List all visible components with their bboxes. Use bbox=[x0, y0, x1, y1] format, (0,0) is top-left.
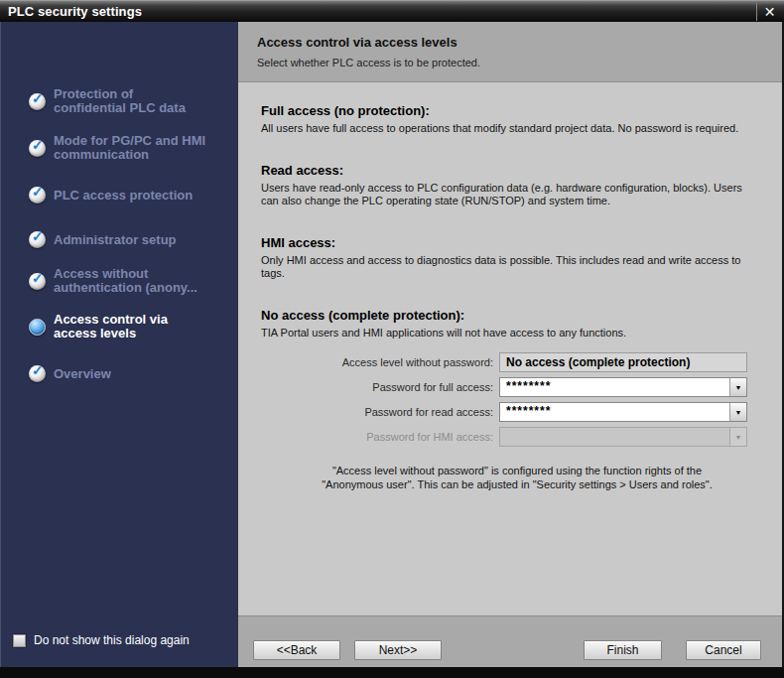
access-level-form: Access level without password: No access… bbox=[261, 352, 782, 447]
step-overview[interactable]: ✓ Overview bbox=[29, 365, 227, 382]
main-panel: Access control via access levels Select … bbox=[238, 22, 784, 667]
close-button[interactable]: ✕ bbox=[756, 3, 782, 21]
chevron-down-icon: ▼ bbox=[729, 428, 746, 446]
section-heading-hmi-access: HMI access: bbox=[261, 235, 782, 250]
plc-security-settings-dialog: PLC security settings ✕ ✓ Protection of … bbox=[0, 0, 784, 678]
dont-show-again-checkbox[interactable]: Do not show this dialog again bbox=[13, 633, 190, 647]
page-title: Access control via access levels bbox=[257, 35, 782, 50]
section-heading-no-access: No access (complete protection): bbox=[261, 308, 782, 323]
dialog-body: ✓ Protection of confidential PLC data ✓ … bbox=[0, 22, 784, 667]
checkmark-icon: ✓ bbox=[32, 228, 44, 244]
password-full-access-value: ******** bbox=[500, 378, 746, 393]
password-read-access-value: ******** bbox=[500, 403, 746, 418]
password-hmi-access-combo: ▼ bbox=[499, 427, 747, 447]
section-heading-read-access: Read access: bbox=[261, 163, 782, 178]
checkmark-icon: ✓ bbox=[32, 184, 44, 200]
password-read-access-combo[interactable]: ******** ▼ bbox=[499, 402, 747, 422]
check-circle-icon: ✓ bbox=[29, 140, 46, 157]
step-access-control-via-access-levels[interactable]: Access control via access levels bbox=[29, 313, 227, 340]
step-label: Administrator setup bbox=[54, 233, 177, 247]
chevron-down-icon[interactable]: ▼ bbox=[729, 403, 746, 421]
step-mode-for-pgpc-and-hmi-communication[interactable]: ✓ Mode for PG/PC and HMI communication bbox=[29, 134, 227, 162]
section-body-no-access: TIA Portal users and HMI applications wi… bbox=[261, 327, 760, 340]
page-subtitle: Select whether PLC access is to be prote… bbox=[257, 57, 782, 68]
password-full-access-label: Password for full access: bbox=[261, 381, 493, 393]
step-label: Access without authentication (anony... bbox=[54, 267, 197, 295]
step-label: Mode for PG/PC and HMI communication bbox=[54, 134, 205, 162]
next-button[interactable]: Next>> bbox=[354, 640, 442, 660]
finish-button[interactable]: Finish bbox=[584, 640, 662, 660]
check-circle-icon: ✓ bbox=[29, 273, 46, 290]
step-label: PLC access protection bbox=[54, 189, 193, 203]
section-body-full-access: All users have full access to operations… bbox=[261, 122, 760, 136]
page-header: Access control via access levels Select … bbox=[238, 22, 782, 82]
title-bar: PLC security settings ✕ bbox=[0, 0, 784, 22]
password-hmi-access-value bbox=[500, 428, 746, 429]
section-body-read-access: Users have read-only access to PLC confi… bbox=[261, 182, 760, 208]
step-label: Access control via access levels bbox=[54, 313, 168, 340]
step-protection-of-confidential-plc-data[interactable]: ✓ Protection of confidential PLC data bbox=[29, 87, 227, 115]
section-body-hmi-access: Only HMI access and access to diagnostic… bbox=[261, 254, 760, 281]
current-step-icon bbox=[29, 319, 46, 336]
checkmark-icon: ✓ bbox=[32, 137, 44, 153]
checkbox-label: Do not show this dialog again bbox=[34, 633, 190, 647]
checkmark-icon: ✓ bbox=[32, 90, 44, 106]
check-circle-icon: ✓ bbox=[29, 231, 46, 248]
check-circle-icon: ✓ bbox=[29, 187, 46, 203]
access-level-without-password-field: No access (complete protection) bbox=[499, 352, 747, 372]
check-circle-icon: ✓ bbox=[29, 365, 46, 382]
step-label: Overview bbox=[54, 367, 111, 381]
anonymous-user-note: "Access level without password" is confi… bbox=[269, 465, 765, 491]
step-plc-access-protection[interactable]: ✓ PLC access protection bbox=[29, 187, 227, 203]
chevron-down-icon[interactable]: ▼ bbox=[729, 378, 746, 396]
check-circle-icon: ✓ bbox=[29, 93, 46, 110]
close-icon: ✕ bbox=[764, 4, 776, 20]
password-hmi-access-label: Password for HMI access: bbox=[261, 431, 493, 443]
window-bottom-edge bbox=[0, 667, 784, 678]
page-content: Full access (no protection): All users h… bbox=[238, 82, 782, 615]
footer-bar: <<Back Next>> Finish Cancel bbox=[238, 615, 782, 667]
password-full-access-combo[interactable]: ******** ▼ bbox=[499, 377, 747, 397]
dialog-title: PLC security settings bbox=[0, 4, 142, 19]
checkbox-icon[interactable] bbox=[13, 634, 26, 647]
step-access-without-authentication[interactable]: ✓ Access without authentication (anony..… bbox=[29, 267, 227, 295]
access-level-value: No access (complete protection) bbox=[506, 355, 690, 369]
section-heading-full-access: Full access (no protection): bbox=[261, 103, 782, 118]
back-button[interactable]: <<Back bbox=[253, 640, 340, 660]
checkmark-icon: ✓ bbox=[32, 270, 44, 286]
access-level-without-password-label: Access level without password: bbox=[261, 356, 493, 368]
checkmark-icon: ✓ bbox=[32, 362, 44, 378]
wizard-sidebar: ✓ Protection of confidential PLC data ✓ … bbox=[0, 22, 238, 667]
step-administrator-setup[interactable]: ✓ Administrator setup bbox=[29, 231, 227, 248]
password-read-access-label: Password for read access: bbox=[261, 406, 493, 418]
cancel-button[interactable]: Cancel bbox=[686, 640, 761, 660]
step-label: Protection of confidential PLC data bbox=[54, 87, 186, 115]
